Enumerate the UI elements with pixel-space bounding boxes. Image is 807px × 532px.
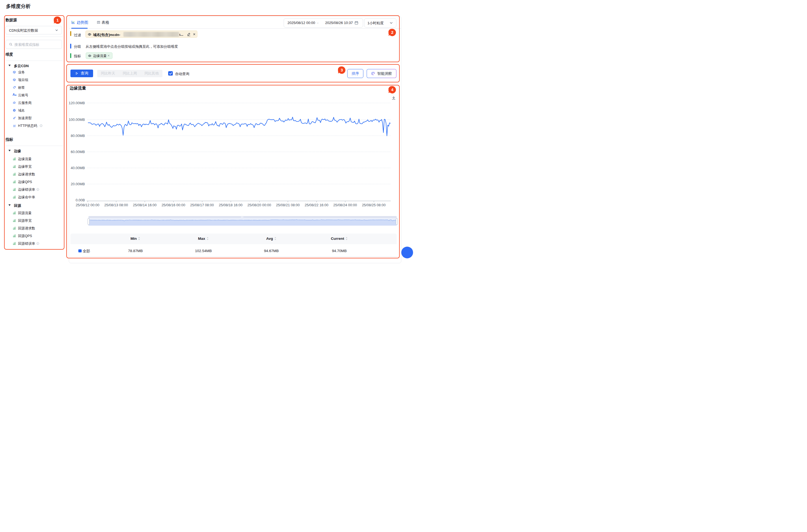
svg-text:4: 4: [391, 87, 393, 92]
svg-text:1: 1: [56, 18, 59, 22]
svg-text:2: 2: [391, 30, 393, 35]
svg-text:3: 3: [341, 68, 343, 72]
